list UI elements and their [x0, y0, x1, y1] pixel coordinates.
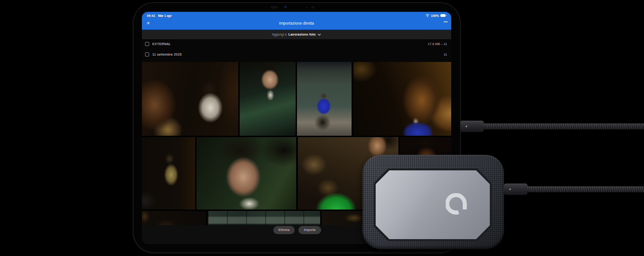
photo-tile[interactable]	[208, 211, 320, 225]
wifi-icon	[425, 14, 430, 17]
ssd-metal-plate	[376, 170, 490, 239]
checkbox-external[interactable]	[145, 42, 149, 46]
app-header: 09:41 Mar 1 apr 100%	[142, 12, 451, 30]
photo-tile[interactable]	[297, 62, 352, 136]
photo-tile[interactable]	[142, 62, 238, 136]
photo-tile[interactable]	[240, 62, 296, 136]
group-label: EXTERNAL	[152, 42, 171, 46]
photo-tile[interactable]	[142, 211, 206, 225]
external-ssd-drive	[362, 155, 504, 249]
front-camera-icon	[284, 6, 287, 8]
checkbox-date[interactable]	[145, 52, 149, 56]
group-meta: 11	[444, 53, 447, 56]
page-title: Importazione diretta	[142, 18, 451, 30]
group-meta: 17,6 MB – 11	[428, 42, 447, 46]
title-bar: ✕ Importazione diretta •••	[142, 18, 451, 30]
battery-icon	[440, 14, 447, 17]
status-date: Mar 1 apr	[158, 14, 171, 17]
usb-cable-to-ipad	[482, 123, 644, 129]
usb-connector-ssd	[504, 184, 528, 195]
front-sensor-pill	[271, 6, 278, 9]
photo-tile[interactable]	[353, 62, 451, 136]
delete-button[interactable]: Elimina	[273, 226, 295, 234]
g-drive-logo-icon	[446, 193, 467, 215]
thunderbolt-icon	[508, 187, 512, 191]
battery-percent: 100%	[431, 14, 439, 17]
usb-cable-to-ssd	[526, 186, 644, 192]
front-camera-2-icon	[312, 6, 314, 9]
ssd-plate-rim	[374, 169, 492, 241]
status-time: 09:41	[147, 14, 155, 17]
group-row-date[interactable]: 11 settembre 2025 11	[145, 51, 447, 58]
import-button[interactable]: Importa	[298, 226, 321, 234]
album-name: Lavorazione foto	[288, 32, 316, 36]
add-to-label: Aggiungi a	[272, 33, 287, 36]
usb-connector-ipad	[460, 121, 484, 132]
chevron-down-icon	[317, 33, 321, 36]
thunderbolt-icon	[464, 124, 468, 128]
add-to-album-bar[interactable]: Aggiungi a Lavorazione foto	[142, 30, 451, 39]
group-label: 11 settembre 2025	[152, 52, 182, 56]
ambient-sensor-icon	[306, 7, 307, 8]
more-options-icon[interactable]: •••	[444, 20, 448, 24]
photo-tile[interactable]	[142, 137, 195, 210]
status-right-cluster: 100%	[425, 14, 447, 17]
photo-tile[interactable]	[196, 137, 296, 210]
page-background: 09:41 Mar 1 apr 100%	[0, 0, 644, 256]
group-row-external[interactable]: EXTERNAL 17,6 MB – 11	[145, 41, 447, 47]
